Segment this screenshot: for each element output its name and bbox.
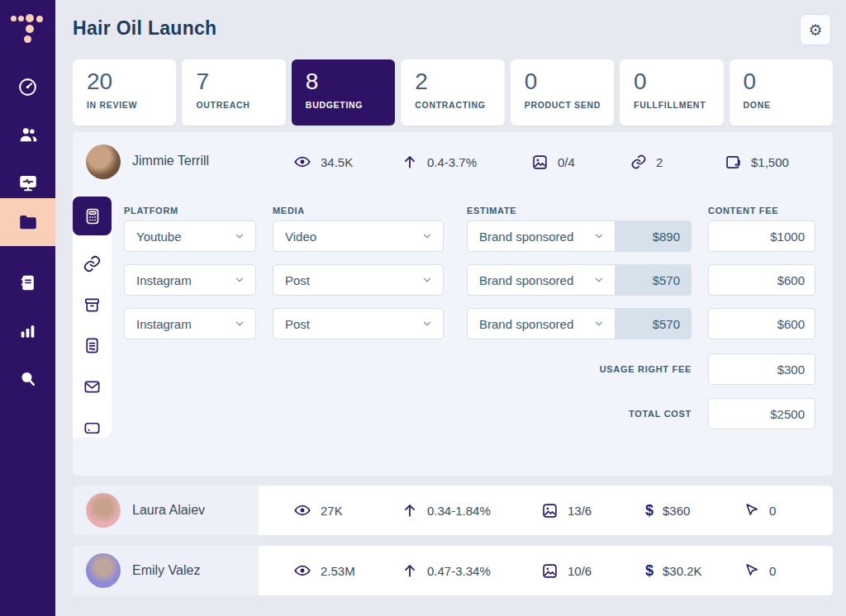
eye-icon — [293, 501, 311, 519]
tab-contracting[interactable]: 2 CONTRACTING — [401, 59, 504, 126]
sidebar-item-contacts[interactable] — [0, 117, 55, 152]
credit-card-icon — [83, 419, 102, 438]
stage-count: 0 — [525, 69, 614, 95]
trend-up-icon — [402, 502, 418, 519]
folder-icon — [17, 211, 39, 233]
chevron-down-icon — [234, 318, 245, 329]
stat-value: 13/6 — [568, 504, 592, 518]
tool-links[interactable] — [73, 244, 112, 283]
stage-count: 7 — [196, 69, 285, 95]
mail-icon — [83, 377, 102, 396]
stage-label: DONE — [744, 100, 833, 110]
usage-right-fee-input[interactable]: $300 — [708, 353, 815, 385]
image-icon — [531, 154, 549, 171]
stat-value: 2 — [656, 155, 663, 169]
media-select[interactable]: Video — [273, 220, 444, 252]
platform-value: Instagram — [136, 317, 192, 331]
stat-spend: $ $360 — [645, 486, 690, 535]
notebook-icon — [17, 272, 38, 293]
eye-icon — [293, 153, 311, 171]
content-fee-input[interactable]: $600 — [708, 264, 815, 296]
estimate-value: Brand sponsored — [479, 273, 573, 287]
sidebar-item-reports[interactable] — [0, 313, 55, 348]
sidebar-item-campaigns[interactable] — [0, 198, 55, 246]
link-icon — [83, 254, 102, 273]
content-fee-input[interactable]: $600 — [708, 308, 815, 339]
settings-button[interactable]: ⚙ — [800, 14, 831, 45]
column-label-content-fee: CONTENT FEE — [708, 206, 778, 216]
calculator-icon — [83, 206, 102, 226]
estimate-amount: $890 — [615, 220, 692, 252]
stat-engagement: 0.34-1.84% — [402, 486, 491, 535]
stage-count: 8 — [306, 69, 395, 95]
document-icon — [83, 336, 102, 355]
sidebar-item-dashboard[interactable] — [0, 69, 55, 104]
estimate-select[interactable]: Brand sponsored — [467, 308, 615, 339]
stat-value: 0.47-3.34% — [427, 564, 491, 578]
influencer-row[interactable]: Emily Valez 2.53M 0.47-3.34% 10/6 $ $30.… — [73, 546, 833, 595]
stat-views: 2.53M — [293, 546, 355, 595]
stat-content: 10/6 — [541, 546, 592, 595]
column-label-media: MEDIA — [273, 206, 305, 216]
influencer-row[interactable]: Laura Alaiev 27K 0.34-1.84% 13/6 $ $360 … — [73, 486, 833, 535]
stat-content: 13/6 — [541, 486, 592, 535]
tool-payments[interactable] — [73, 409, 112, 448]
influencer-header-row[interactable]: Jimmie Terrill 34.5K 0.4-3.7% 0/4 2 $1,5… — [73, 132, 833, 192]
platform-value: Instagram — [136, 273, 192, 287]
platform-select[interactable]: Instagram — [124, 308, 256, 339]
stage-label: OUTREACH — [196, 100, 285, 110]
tab-budgeting[interactable]: 8 BUDGETING — [292, 59, 395, 126]
sidebar-item-notes[interactable] — [0, 265, 55, 300]
tool-mail[interactable] — [73, 367, 112, 406]
platform-select[interactable]: Instagram — [124, 264, 256, 296]
stage-label: PRODUCT SEND — [525, 100, 614, 110]
stat-spend: $ $30.2K — [645, 546, 702, 595]
sidebar-item-analytics[interactable] — [0, 165, 55, 200]
app-logo-t-dots[interactable] — [8, 8, 46, 46]
stat-value: 27K — [321, 504, 343, 518]
estimate-select[interactable]: Brand sponsored — [467, 264, 615, 296]
column-label-platform: PLATFORM — [124, 206, 178, 216]
stat-content: 0/4 — [531, 132, 575, 192]
stage-label: FULLFILLMENT — [634, 100, 723, 110]
tab-outreach[interactable]: 7 OUTREACH — [182, 59, 285, 126]
media-select[interactable]: Post — [273, 264, 444, 296]
tab-done[interactable]: 0 DONE — [730, 59, 833, 126]
estimate-value: Brand sponsored — [479, 230, 573, 244]
sidebar-item-search[interactable] — [0, 361, 55, 396]
speedometer-icon — [17, 77, 38, 97]
avatar — [86, 145, 121, 179]
archive-icon — [83, 296, 102, 315]
stat-links: 2 — [630, 132, 663, 192]
chevron-down-icon — [593, 274, 605, 286]
stat-value: 34.5K — [321, 155, 353, 169]
stage-label: BUDGETING — [306, 100, 395, 110]
stat-value: 0.4-3.7% — [427, 155, 477, 169]
tool-archive[interactable] — [73, 286, 112, 325]
content-fee-input[interactable]: $1000 — [708, 220, 815, 252]
stat-clicks: 0 — [744, 486, 776, 535]
tab-in-review[interactable]: 20 IN REVIEW — [73, 59, 176, 126]
users-icon — [17, 124, 39, 145]
chevron-down-icon — [593, 318, 605, 329]
search-icon — [17, 368, 38, 389]
monitor-activity-icon — [17, 172, 39, 193]
stat-engagement: 0.4-3.7% — [402, 132, 477, 192]
total-cost-input[interactable]: $2500 — [708, 398, 815, 429]
stat-budget: $1,500 — [725, 132, 789, 192]
estimate-select[interactable]: Brand sponsored — [467, 220, 615, 252]
estimate-value: Brand sponsored — [479, 317, 573, 331]
platform-select[interactable]: Youtube — [124, 220, 256, 252]
chevron-down-icon — [593, 230, 605, 242]
dollar-icon: $ — [645, 502, 654, 519]
image-icon — [541, 502, 558, 519]
tab-fullfillment[interactable]: 0 FULLFILLMENT — [620, 59, 723, 126]
stat-value: 0 — [769, 504, 776, 518]
tab-product-send[interactable]: 0 PRODUCT SEND — [511, 59, 614, 126]
stat-value: 2.53M — [321, 564, 355, 578]
media-select[interactable]: Post — [273, 308, 444, 339]
tool-documents[interactable] — [73, 326, 112, 365]
eye-icon — [293, 562, 311, 580]
budget-tool-rail — [73, 197, 112, 438]
tool-calculator[interactable] — [73, 197, 112, 235]
